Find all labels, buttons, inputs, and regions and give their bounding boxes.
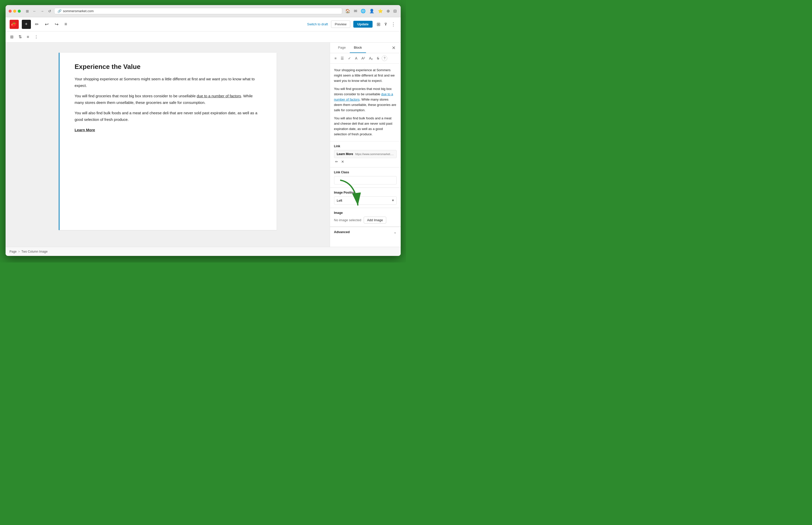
- sidebar-close-btn[interactable]: ✕: [391, 44, 397, 52]
- link-label: Link: [334, 145, 397, 148]
- no-image-text: No image selected: [334, 218, 362, 222]
- switch-to-draft-btn[interactable]: Switch to draft: [307, 22, 328, 26]
- link-name: Learn More: [337, 152, 353, 156]
- undo-btn[interactable]: ↩: [43, 20, 51, 29]
- chevron-down-icon-advanced: ⌄: [394, 230, 397, 234]
- right-sidebar: Page Block ✕ ≡ ☰ ✓ A A² A₂ S̶: [330, 43, 401, 247]
- image-position-select-wrapper: Left Right Center ▼: [334, 196, 397, 205]
- topbar-icons: ⊞ Ÿ ⋮: [376, 20, 396, 28]
- advanced-label: Advanced: [334, 230, 350, 234]
- format-sub-btn[interactable]: A₂: [368, 55, 374, 61]
- sidebar-help-btn[interactable]: ?: [382, 56, 387, 61]
- content-heading: Experience the Value: [75, 63, 261, 71]
- link-class-section: Link Class: [330, 167, 401, 188]
- settings-panel-btn[interactable]: ⊞: [376, 20, 381, 28]
- add-image-btn[interactable]: Add Image: [364, 216, 386, 224]
- traffic-lights: [9, 10, 21, 13]
- browser-chrome: ⊞ ← → ↺ 🔗 sommersmarket.com 🏠 ✉ 🌐 👤 ⭐ ⊕ …: [5, 5, 401, 17]
- format-size-btn[interactable]: A: [354, 55, 359, 61]
- format-align-btn[interactable]: ≡: [333, 55, 338, 61]
- link-section: Link Learn More https://www.sommersmarke…: [330, 141, 401, 167]
- update-btn[interactable]: Update: [353, 21, 372, 28]
- format-strike-btn[interactable]: S̶: [376, 55, 381, 61]
- ext-btn-3[interactable]: 🌐: [359, 7, 367, 14]
- details-btn[interactable]: ≡: [63, 20, 70, 28]
- edit-link-btn[interactable]: ✏: [334, 159, 339, 164]
- browser-window: ⊞ ← → ↺ 🔗 sommersmarket.com 🏠 ✉ 🌐 👤 ⭐ ⊕ …: [5, 5, 401, 256]
- sidebar-toggle-btn[interactable]: ⊞: [25, 8, 30, 14]
- format-check-btn[interactable]: ✓: [347, 55, 353, 61]
- sidebar-preview-para3: You will also find bulk foods and a meat…: [334, 116, 397, 137]
- breadcrumb-current[interactable]: Two Column Image: [21, 250, 48, 253]
- block-nav-btn[interactable]: ⊞: [9, 33, 15, 40]
- wp-topbar-left: + ✏ ↩ ↪ ≡: [22, 20, 70, 29]
- yoast-btn[interactable]: Ÿ: [383, 21, 388, 27]
- ext-btn-7[interactable]: ⊟: [392, 7, 398, 14]
- breadcrumb-sep: >: [18, 250, 20, 253]
- para2-before: You will find groceries that most big bo…: [75, 94, 197, 98]
- para2-link[interactable]: due to a number of factors: [197, 94, 241, 98]
- learn-more-link[interactable]: Learn More: [75, 128, 261, 132]
- block-options-btn[interactable]: ⋮: [33, 33, 40, 40]
- tab-block[interactable]: Block: [350, 43, 366, 53]
- image-label: Image: [334, 211, 397, 215]
- redo-btn[interactable]: ↪: [53, 20, 61, 29]
- format-sup-btn[interactable]: A²: [360, 55, 367, 61]
- sidebar-tabs: Page Block ✕: [330, 43, 401, 53]
- secondary-toolbar: ⊞ ⇅ ≡ ⋮: [5, 31, 401, 43]
- more-options-btn[interactable]: ⋮: [390, 20, 397, 28]
- link-actions: ✏ ✕: [334, 159, 397, 164]
- reload-btn[interactable]: ↺: [47, 8, 52, 14]
- editor-canvas-wrapper[interactable]: Experience the Value Your shopping exper…: [5, 43, 330, 247]
- sidebar-preview-para2: You will find groceries that most big bo…: [334, 86, 397, 113]
- editor-canvas: Experience the Value Your shopping exper…: [59, 53, 277, 230]
- ext-btn-2[interactable]: ✉: [353, 7, 358, 14]
- forward-btn[interactable]: →: [40, 8, 45, 14]
- browser-actions: 🏠 ✉ 🌐 👤 ⭐ ⊕ ⊟: [344, 7, 398, 14]
- advanced-section[interactable]: Advanced ⌄: [330, 227, 401, 237]
- content-para-3: You will also find bulk foods and a meat…: [75, 110, 261, 123]
- image-position-label: Image Position: [334, 191, 397, 194]
- minimize-traffic-light[interactable]: [13, 10, 16, 13]
- wp-logo[interactable]: 🍅: [10, 20, 19, 29]
- edit-mode-btn[interactable]: ✏: [33, 20, 41, 29]
- tab-page[interactable]: Page: [334, 43, 350, 53]
- address-bar[interactable]: 🔗 sommersmarket.com: [54, 8, 342, 14]
- align-btn[interactable]: ≡: [25, 34, 31, 40]
- close-traffic-light[interactable]: [9, 10, 12, 13]
- url-text: sommersmarket.com: [63, 9, 94, 13]
- breadcrumb-page[interactable]: Page: [10, 250, 17, 253]
- sidebar-formatting-toolbar: ≡ ☰ ✓ A A² A₂ S̶ ?: [330, 53, 401, 64]
- image-section: Image No image selected Add Image: [330, 208, 401, 226]
- wp-topbar: 🍅 + ✏ ↩ ↪ ≡ Switch to draft Preview Upda…: [5, 17, 401, 31]
- editor-layout: ⊞ ⇅ ≡ ⋮ Experience the Value Your shoppi…: [5, 31, 401, 247]
- format-justify-btn[interactable]: ☰: [339, 55, 346, 61]
- image-row: No image selected Add Image: [334, 216, 397, 224]
- link-url: https://www.sommersmarket.com/products/: [355, 152, 394, 155]
- sidebar-preview-para1: Your shopping experience at Sommers migh…: [334, 68, 397, 84]
- image-position-section: Image Position Left Right Center ▼: [330, 188, 401, 208]
- maximize-traffic-light[interactable]: [18, 10, 21, 13]
- browser-nav: ⊞ ← → ↺: [25, 8, 52, 14]
- ext-btn-6[interactable]: ⊕: [385, 7, 391, 14]
- sidebar-content: ≡ ☰ ✓ A A² A₂ S̶ ? Your shopping experie…: [330, 53, 401, 247]
- link-class-input[interactable]: [334, 176, 397, 184]
- ext-btn-5[interactable]: ⭐: [377, 7, 384, 14]
- wp-breadcrumb: Page > Two Column Image: [5, 247, 401, 256]
- preview-btn[interactable]: Preview: [331, 20, 350, 28]
- back-btn[interactable]: ←: [32, 8, 37, 14]
- wp-container: 🍅 + ✏ ↩ ↪ ≡ Switch to draft Preview Upda…: [5, 17, 401, 256]
- lock-icon: 🔗: [58, 9, 62, 13]
- remove-link-btn[interactable]: ✕: [340, 159, 345, 164]
- ext-btn-4[interactable]: 👤: [368, 7, 376, 14]
- add-block-btn[interactable]: +: [22, 20, 31, 29]
- content-para-1: Your shopping experience at Sommers migh…: [75, 76, 261, 89]
- content-para-2: You will find groceries that most big bo…: [75, 93, 261, 106]
- image-position-select[interactable]: Left Right Center: [334, 196, 397, 205]
- link-class-label: Link Class: [334, 170, 397, 174]
- ext-btn-1[interactable]: 🏠: [344, 7, 351, 14]
- sidebar-preview-text: Your shopping experience at Sommers migh…: [330, 64, 401, 141]
- wp-topbar-right: Switch to draft Preview Update ⊞ Ÿ ⋮: [307, 20, 396, 28]
- link-info-row: Learn More https://www.sommersmarket.com…: [334, 150, 397, 158]
- up-down-btn[interactable]: ⇅: [17, 33, 23, 40]
